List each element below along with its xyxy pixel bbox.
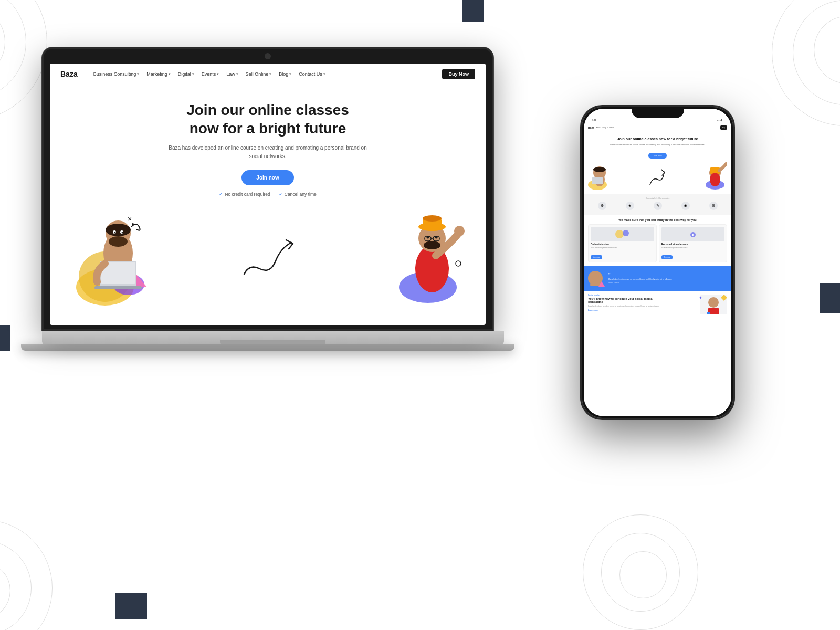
join-now-button[interactable]: Join now [242,170,293,185]
nav-link-blog[interactable]: Blog ▾ [279,71,291,77]
phone-card2-btn[interactable]: Join now [662,255,673,259]
laptop-base [42,331,504,344]
phone-testimonial: " Baza helped me to create my personal b… [588,271,727,286]
phone-quote-mark: " [608,273,672,278]
site-navbar: Baza Business Consulting ▾ Marketing ▾ D… [50,64,486,85]
phone-opportunity-label: Opportunity for 3,000+ companies [588,197,727,200]
phone-figures [588,161,727,190]
buy-now-button[interactable]: Buy Now [442,69,475,79]
svg-point-28 [427,236,429,239]
phone-hero: Join our online classes now for a bright… [584,132,731,194]
svg-point-6 [106,224,131,236]
svg-point-33 [593,167,606,172]
phone-section3-title: We made sure that you can study in the b… [588,218,727,222]
svg-point-39 [710,173,720,186]
chevron-down-icon: ▾ [236,72,238,76]
phone-card1-btn[interactable]: Join now [591,255,602,259]
svg-rect-35 [592,177,603,184]
laptop-screen: Baza Business Consulting ▾ Marketing ▾ D… [50,64,486,325]
nav-link-contact[interactable]: Contact Us ▾ [299,71,326,77]
squiggle-arrow-decoration [234,232,302,285]
nav-link-marketing[interactable]: Marketing ▾ [146,71,171,77]
phone-card1-text: Baza has developed an online course [591,247,654,249]
hero-check-no-credit: ✓ No credit card required [219,192,270,197]
phone-signal: ●●● ▌ [717,119,723,121]
phone-bottom-text: Baza has developed an online course on c… [588,305,665,308]
svg-point-23 [423,215,442,222]
chevron-down-icon: ▾ [137,72,139,76]
phone-card-1: Online intensive Baza has developed an o… [588,224,657,262]
phone-join-button[interactable]: Join now [648,153,667,159]
svg-text:×: × [128,215,132,223]
hero-title: Join our online classes now for a bright… [136,101,399,138]
svg-rect-51 [707,312,710,314]
phone-card1-title: Online intensive [591,243,654,246]
phone-icons-section: Opportunity for 3,000+ companies ⚙ ◈ ✎ ◉… [584,194,731,215]
phone-body: 9:41 ●●● ▌ Baza Menu Blog Contact Buy Jo… [580,105,735,420]
svg-point-48 [708,297,719,308]
svg-text:✦: ✦ [699,296,702,300]
phone-icon-3: ✎ [654,202,662,210]
phone-screen: 9:41 ●●● ▌ Baza Menu Blog Contact Buy Jo… [584,109,731,416]
character-left: × [71,195,165,311]
checkmark-icon: ✓ [219,192,223,197]
phone-testimonial-name: Name, Position [608,282,672,284]
hero-subtitle: Baza has developed an online course on c… [168,144,368,161]
site-logo: Baza [60,70,78,78]
svg-point-29 [435,236,438,239]
nav-link-business-consulting[interactable]: Business Consulting ▾ [93,71,140,77]
svg-rect-52 [711,314,715,314]
phone-icon-5: ⊞ [709,202,718,210]
nav-link-events[interactable]: Events ▾ [202,71,219,77]
squiggle-center-phone [647,161,668,190]
svg-point-7 [109,236,128,247]
phone-char-left-svg [588,161,612,190]
chevron-down-icon: ▾ [192,72,194,76]
phone-card-2: Recorded video lessons Baza has develope… [659,224,728,262]
phone-bottom-title: You'll know how to schedule your social … [588,297,665,303]
phone-icon-2: ◈ [626,202,634,210]
phone-card1-image [591,227,654,242]
character-right [386,195,475,311]
svg-point-11 [122,232,123,234]
svg-point-15 [132,223,134,225]
phone-bottom-link[interactable]: Learn more → [588,309,665,311]
laptop-foot [21,344,514,351]
nav-link-digital[interactable]: Digital ▾ [178,71,194,77]
phone-card2-title: Recorded video lessons [662,243,725,246]
phone-notch [632,107,684,118]
testimonial-triangle-deco [598,281,605,287]
chevron-down-icon: ▾ [169,72,171,76]
phone-card2-text: Baza has developed an online course [662,247,725,249]
phone-icon-4: ◉ [681,202,690,210]
nav-link-law[interactable]: Law ▾ [226,71,238,77]
svg-point-41 [623,230,629,236]
chevron-down-icon: ▾ [269,72,271,76]
chevron-down-icon: ▾ [217,72,219,76]
svg-point-27 [424,241,440,249]
phone-time: 9:41 [592,119,596,121]
phone-bottom-illustration: ✦ [698,292,729,314]
phone-bottom-section: Social media You'll know how to schedule… [584,291,731,314]
laptop-device: Baza Business Consulting ▾ Marketing ▾ D… [42,47,504,383]
laptop-body: Baza Business Consulting ▾ Marketing ▾ D… [42,47,494,331]
chevron-down-icon: ▾ [323,72,326,76]
nav-link-sell-online[interactable]: Sell Online ▾ [246,71,272,77]
svg-point-45 [592,273,599,280]
svg-point-30 [456,261,461,266]
phone-testimonial-quote: Baza helped me to create my personal bra… [608,278,672,281]
phone-cards-row: Online intensive Baza has developed an o… [588,224,727,262]
svg-point-40 [615,230,624,238]
phone-device: 9:41 ●●● ▌ Baza Menu Blog Contact Buy Jo… [580,105,735,420]
phone-cards-section: We made sure that you can study in the b… [584,215,731,266]
scene: Baza Business Consulting ▾ Marketing ▾ D… [0,0,840,630]
svg-point-10 [114,232,116,234]
phone-buy-button[interactable]: Buy [720,125,727,130]
hero-check-cancel: ✓ Cancel any time [279,192,317,197]
phone-testimonial-section: " Baza helped me to create my personal b… [584,266,731,291]
site-hero: Join our online classes now for a bright… [50,85,486,311]
phone-navbar: Baza Menu Blog Contact Buy [584,123,731,132]
phone-card2-image [662,227,725,242]
phone-icons-row: ⚙ ◈ ✎ ◉ ⊞ [588,202,727,210]
phone-nav-links: Menu Blog Contact [596,127,614,129]
